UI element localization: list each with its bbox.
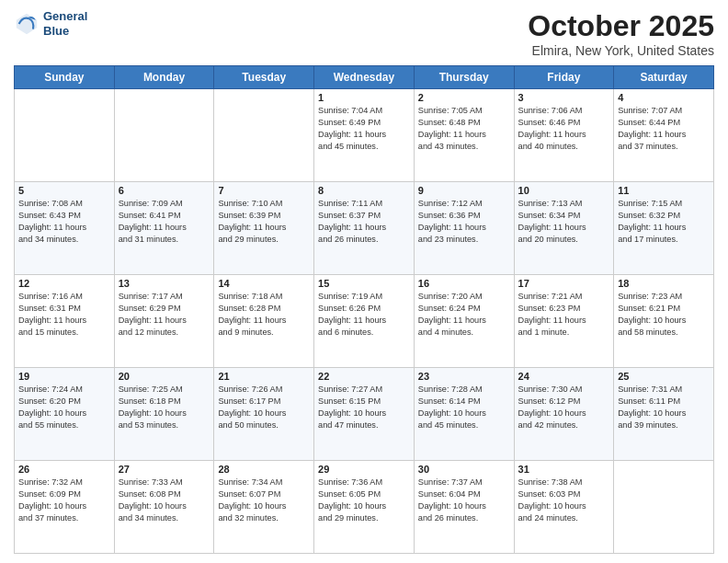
day-number: 27	[119, 464, 210, 475]
day-info: Sunrise: 7:19 AM Sunset: 6:26 PM Dayligh…	[318, 291, 410, 339]
day-header-sunday: Sunday	[15, 66, 115, 89]
calendar-cell: 25Sunrise: 7:31 AM Sunset: 6:11 PM Dayli…	[614, 368, 714, 461]
calendar-cell: 24Sunrise: 7:30 AM Sunset: 6:12 PM Dayli…	[514, 368, 614, 461]
day-info: Sunrise: 7:34 AM Sunset: 6:07 PM Dayligh…	[218, 477, 310, 524]
day-number: 14	[218, 278, 310, 289]
day-number: 22	[318, 371, 410, 382]
day-info: Sunrise: 7:37 AM Sunset: 6:04 PM Dayligh…	[418, 477, 510, 524]
day-number: 23	[418, 371, 510, 382]
day-info: Sunrise: 7:16 AM Sunset: 6:31 PM Dayligh…	[18, 291, 110, 339]
day-number: 12	[18, 278, 110, 289]
day-number: 15	[318, 278, 410, 289]
day-info: Sunrise: 7:17 AM Sunset: 6:29 PM Dayligh…	[119, 291, 210, 339]
calendar-week-row: 12Sunrise: 7:16 AM Sunset: 6:31 PM Dayli…	[15, 275, 714, 368]
day-info: Sunrise: 7:31 AM Sunset: 6:11 PM Dayligh…	[618, 384, 710, 431]
day-info: Sunrise: 7:33 AM Sunset: 6:08 PM Dayligh…	[119, 477, 210, 524]
day-info: Sunrise: 7:26 AM Sunset: 6:17 PM Dayligh…	[218, 384, 310, 431]
day-info: Sunrise: 7:23 AM Sunset: 6:21 PM Dayligh…	[618, 291, 710, 339]
calendar-cell: 9Sunrise: 7:12 AM Sunset: 6:36 PM Daylig…	[414, 182, 514, 275]
day-number: 17	[518, 278, 610, 289]
calendar-cell: 4Sunrise: 7:07 AM Sunset: 6:44 PM Daylig…	[614, 89, 714, 182]
calendar-cell: 10Sunrise: 7:13 AM Sunset: 6:34 PM Dayli…	[514, 182, 614, 275]
day-info: Sunrise: 7:04 AM Sunset: 6:49 PM Dayligh…	[318, 105, 410, 153]
day-number: 9	[418, 185, 510, 196]
day-info: Sunrise: 7:10 AM Sunset: 6:39 PM Dayligh…	[218, 198, 310, 246]
day-number: 31	[518, 464, 610, 475]
day-number: 10	[518, 185, 610, 196]
logo-text: General Blue	[43, 9, 87, 38]
month-title: October 2025	[528, 9, 714, 43]
day-info: Sunrise: 7:09 AM Sunset: 6:41 PM Dayligh…	[119, 198, 210, 246]
day-info: Sunrise: 7:15 AM Sunset: 6:32 PM Dayligh…	[618, 198, 710, 246]
day-header-thursday: Thursday	[414, 66, 514, 89]
day-info: Sunrise: 7:27 AM Sunset: 6:15 PM Dayligh…	[318, 384, 410, 431]
header: General Blue October 2025 Elmira, New Yo…	[14, 9, 714, 58]
day-info: Sunrise: 7:13 AM Sunset: 6:34 PM Dayligh…	[518, 198, 610, 246]
calendar-cell: 27Sunrise: 7:33 AM Sunset: 6:08 PM Dayli…	[114, 461, 214, 554]
day-number: 25	[618, 371, 710, 382]
logo: General Blue	[14, 9, 87, 38]
day-info: Sunrise: 7:28 AM Sunset: 6:14 PM Dayligh…	[418, 384, 510, 431]
day-number: 26	[18, 464, 110, 475]
day-info: Sunrise: 7:08 AM Sunset: 6:43 PM Dayligh…	[18, 198, 110, 246]
day-number: 29	[318, 464, 410, 475]
day-number: 21	[218, 371, 310, 382]
calendar-cell: 22Sunrise: 7:27 AM Sunset: 6:15 PM Dayli…	[314, 368, 415, 461]
day-header-monday: Monday	[114, 66, 214, 89]
calendar-cell: 5Sunrise: 7:08 AM Sunset: 6:43 PM Daylig…	[15, 182, 115, 275]
day-number: 1	[318, 92, 410, 103]
day-number: 30	[418, 464, 510, 475]
day-number: 5	[18, 185, 110, 196]
day-info: Sunrise: 7:21 AM Sunset: 6:23 PM Dayligh…	[518, 291, 610, 339]
day-info: Sunrise: 7:06 AM Sunset: 6:46 PM Dayligh…	[518, 105, 610, 153]
day-info: Sunrise: 7:30 AM Sunset: 6:12 PM Dayligh…	[518, 384, 610, 431]
calendar-cell	[214, 89, 314, 182]
day-info: Sunrise: 7:11 AM Sunset: 6:37 PM Dayligh…	[318, 198, 410, 246]
title-block: October 2025 Elmira, New York, United St…	[528, 9, 714, 58]
day-header-tuesday: Tuesday	[214, 66, 314, 89]
day-info: Sunrise: 7:24 AM Sunset: 6:20 PM Dayligh…	[18, 384, 110, 431]
calendar-cell: 15Sunrise: 7:19 AM Sunset: 6:26 PM Dayli…	[314, 275, 415, 368]
calendar-week-row: 1Sunrise: 7:04 AM Sunset: 6:49 PM Daylig…	[15, 89, 714, 182]
day-number: 24	[518, 371, 610, 382]
calendar-week-row: 5Sunrise: 7:08 AM Sunset: 6:43 PM Daylig…	[15, 182, 714, 275]
day-header-saturday: Saturday	[614, 66, 714, 89]
day-number: 3	[518, 92, 610, 103]
calendar-table: SundayMondayTuesdayWednesdayThursdayFrid…	[14, 65, 714, 554]
day-number: 6	[119, 185, 210, 196]
calendar-cell: 21Sunrise: 7:26 AM Sunset: 6:17 PM Dayli…	[214, 368, 314, 461]
day-number: 28	[218, 464, 310, 475]
calendar-cell: 1Sunrise: 7:04 AM Sunset: 6:49 PM Daylig…	[314, 89, 415, 182]
calendar-cell: 23Sunrise: 7:28 AM Sunset: 6:14 PM Dayli…	[414, 368, 514, 461]
calendar-cell: 7Sunrise: 7:10 AM Sunset: 6:39 PM Daylig…	[214, 182, 314, 275]
calendar-cell: 28Sunrise: 7:34 AM Sunset: 6:07 PM Dayli…	[214, 461, 314, 554]
calendar-cell: 3Sunrise: 7:06 AM Sunset: 6:46 PM Daylig…	[514, 89, 614, 182]
day-number: 16	[418, 278, 510, 289]
day-number: 8	[318, 185, 410, 196]
day-info: Sunrise: 7:20 AM Sunset: 6:24 PM Dayligh…	[418, 291, 510, 339]
calendar-week-row: 26Sunrise: 7:32 AM Sunset: 6:09 PM Dayli…	[15, 461, 714, 554]
day-info: Sunrise: 7:18 AM Sunset: 6:28 PM Dayligh…	[218, 291, 310, 339]
day-number: 11	[618, 185, 710, 196]
calendar-cell: 2Sunrise: 7:05 AM Sunset: 6:48 PM Daylig…	[414, 89, 514, 182]
calendar-cell: 18Sunrise: 7:23 AM Sunset: 6:21 PM Dayli…	[614, 275, 714, 368]
calendar-cell: 19Sunrise: 7:24 AM Sunset: 6:20 PM Dayli…	[15, 368, 115, 461]
day-info: Sunrise: 7:07 AM Sunset: 6:44 PM Dayligh…	[618, 105, 710, 153]
calendar-cell	[614, 461, 714, 554]
day-number: 20	[119, 371, 210, 382]
calendar-cell: 8Sunrise: 7:11 AM Sunset: 6:37 PM Daylig…	[314, 182, 415, 275]
calendar-cell: 11Sunrise: 7:15 AM Sunset: 6:32 PM Dayli…	[614, 182, 714, 275]
day-info: Sunrise: 7:36 AM Sunset: 6:05 PM Dayligh…	[318, 477, 410, 524]
calendar-cell: 31Sunrise: 7:38 AM Sunset: 6:03 PM Dayli…	[514, 461, 614, 554]
calendar-header-row: SundayMondayTuesdayWednesdayThursdayFrid…	[15, 66, 714, 89]
location: Elmira, New York, United States	[528, 43, 714, 58]
page: General Blue October 2025 Elmira, New Yo…	[0, 0, 728, 563]
day-header-wednesday: Wednesday	[314, 66, 415, 89]
calendar-cell: 6Sunrise: 7:09 AM Sunset: 6:41 PM Daylig…	[114, 182, 214, 275]
calendar-cell: 30Sunrise: 7:37 AM Sunset: 6:04 PM Dayli…	[414, 461, 514, 554]
day-info: Sunrise: 7:25 AM Sunset: 6:18 PM Dayligh…	[119, 384, 210, 431]
day-number: 4	[618, 92, 710, 103]
logo-icon	[14, 11, 40, 37]
calendar-cell: 29Sunrise: 7:36 AM Sunset: 6:05 PM Dayli…	[314, 461, 415, 554]
day-info: Sunrise: 7:05 AM Sunset: 6:48 PM Dayligh…	[418, 105, 510, 153]
